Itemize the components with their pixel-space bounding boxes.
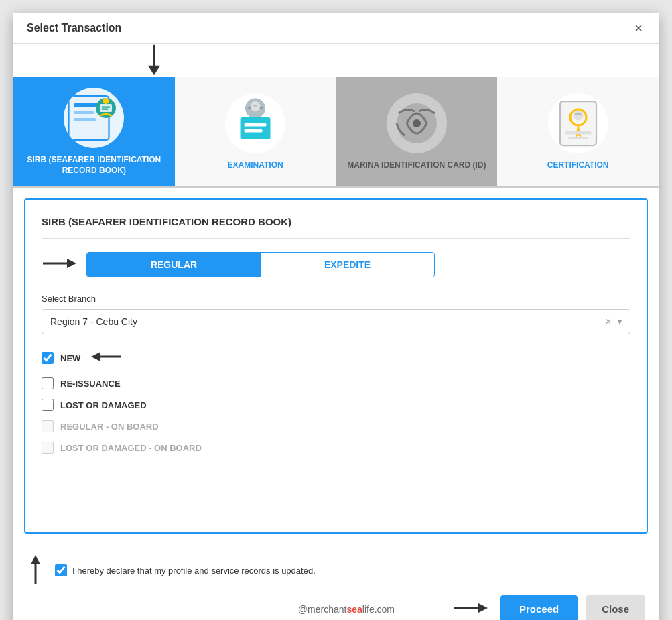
checkbox-lost-onboard-label: LOST OR DAMAGED - ON BOARD (60, 443, 202, 453)
modal-title: Select Transaction (27, 22, 121, 34)
declare-checkbox[interactable] (55, 564, 67, 576)
arrow-down-annotation (13, 44, 659, 77)
watermark: @merchantsealife.com (240, 604, 453, 615)
svg-rect-5 (74, 118, 96, 121)
checkbox-regular-onboard (42, 420, 54, 432)
arrow-right-subtab (42, 253, 78, 276)
modal-header: Select Transaction × (13, 13, 659, 44)
checkbox-new[interactable] (42, 352, 54, 364)
subtab-expedite[interactable]: EXPEDITE (261, 253, 434, 277)
content-area: SIRB (SEAFARER IDENTIFICATION RECORD BOO… (24, 198, 648, 534)
watermark-highlight: sea (346, 604, 362, 615)
close-icon-button[interactable]: × (632, 21, 645, 35)
footer-buttons: Proceed Close (453, 595, 645, 620)
declare-text: I hereby declare that my profile and ser… (72, 566, 316, 576)
transaction-tabs: SIRB (SEAFARER IDENTIFICATION RECORD BOO… (13, 77, 659, 188)
checkbox-item-new[interactable]: NEW (42, 352, 80, 364)
svg-rect-12 (241, 117, 271, 139)
svg-rect-21 (565, 131, 591, 135)
modal-container: Select Transaction × (13, 13, 659, 620)
checkbox-new-label: NEW (60, 353, 80, 363)
branch-select-wrapper: Region 7 - Cebu City Region 1 - Manila R… (42, 309, 630, 334)
tab-marina-label: MARINA IDENTIFICATION CARD (ID) (347, 160, 486, 171)
content-title: SIRB (SEAFARER IDENTIFICATION RECORD BOO… (42, 216, 630, 227)
examination-icon (225, 93, 285, 153)
svg-point-17 (413, 119, 421, 127)
checkbox-regular-onboard-label: REGULAR - ON BOARD (60, 422, 159, 432)
subtab-regular[interactable]: REGULAR (87, 253, 261, 277)
sirb-icon (64, 88, 124, 148)
sub-tabs-row: REGULAR EXPEDITE (42, 252, 630, 277)
svg-marker-26 (91, 352, 100, 361)
arrow-up-annotation (27, 552, 44, 588)
tab-marina: MARINA IDENTIFICATION CARD (ID) (336, 77, 498, 186)
svg-rect-7 (100, 104, 112, 112)
svg-rect-13 (245, 123, 267, 127)
marina-icon (387, 93, 447, 153)
checkbox-item-lost-onboard: LOST OR DAMAGED - ON BOARD (42, 442, 630, 454)
divider (42, 238, 630, 239)
tab-sirb-label: SIRB (SEAFARER IDENTIFICATION RECORD BOO… (19, 155, 170, 176)
close-button[interactable]: Close (586, 595, 645, 620)
svg-marker-28 (31, 555, 40, 564)
svg-rect-4 (74, 111, 94, 115)
svg-marker-30 (478, 603, 488, 613)
footer-bottom: @merchantsealife.com Proceed Close (27, 595, 645, 620)
checkbox-lost-onboard (42, 442, 54, 454)
arrow-right-proceed (453, 599, 490, 619)
new-checkbox-row: NEW (42, 348, 630, 368)
checkbox-lost[interactable] (42, 399, 54, 411)
checkbox-reissuance[interactable] (42, 377, 54, 389)
svg-rect-3 (74, 103, 99, 107)
tab-examination[interactable]: EXAMINATION (175, 77, 336, 186)
certification-icon (548, 93, 608, 153)
footer-area: I hereby declare that my profile and ser… (13, 544, 659, 620)
svg-marker-24 (67, 259, 76, 268)
checkbox-reissuance-label: RE-ISSUANCE (60, 379, 121, 389)
checkbox-item-lost[interactable]: LOST OR DAMAGED (42, 399, 630, 411)
svg-point-10 (103, 98, 109, 104)
tab-examination-label: EXAMINATION (228, 160, 283, 171)
proceed-button[interactable]: Proceed (500, 595, 578, 620)
checkbox-item-reissuance[interactable]: RE-ISSUANCE (42, 377, 630, 389)
checkbox-item-regular-onboard: REGULAR - ON BOARD (42, 420, 630, 432)
branch-select-label: Select Branch (42, 294, 630, 304)
declare-row: I hereby declare that my profile and ser… (27, 552, 645, 588)
tab-certification[interactable]: CERTIFICATION (497, 77, 659, 186)
arrow-left-new (86, 348, 123, 368)
checkbox-group: NEW RE-ISSUANCE LOST OR DAMAGED (42, 348, 630, 454)
tab-sirb[interactable]: SIRB (SEAFARER IDENTIFICATION RECORD BOO… (13, 77, 175, 186)
tab-certification-label: CERTIFICATION (547, 160, 609, 171)
sub-tabs: REGULAR EXPEDITE (86, 252, 435, 277)
svg-rect-22 (568, 137, 588, 139)
branch-select[interactable]: Region 7 - Cebu City Region 1 - Manila R… (42, 309, 630, 334)
svg-rect-14 (245, 129, 263, 133)
checkbox-lost-label: LOST OR DAMAGED (60, 400, 147, 410)
svg-marker-1 (148, 66, 160, 76)
